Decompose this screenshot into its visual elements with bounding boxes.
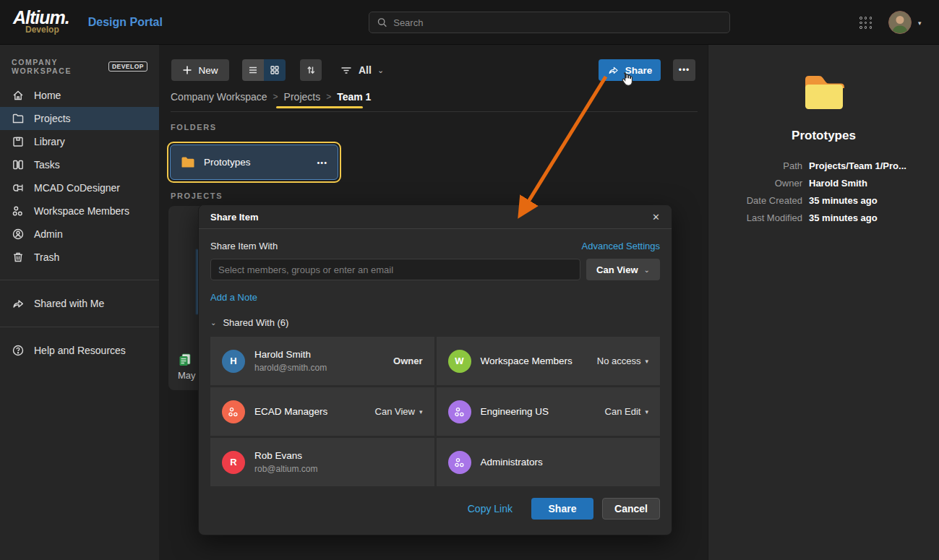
breadcrumb-separator: > [326,92,331,102]
sidebar-item-mcad[interactable]: MCAD CoDesigner [0,176,159,199]
members-icon [12,204,25,217]
breadcrumb-highlight [276,106,363,108]
folder-menu-icon[interactable]: ••• [317,158,327,167]
share-button[interactable]: Share [599,59,661,81]
add-note-link[interactable]: Add a Note [210,292,660,303]
details-value: Harold Smith [809,178,867,189]
folder-tile-prototypes[interactable]: Prototypes ••• [167,142,341,183]
develop-sublabel: Develop [25,25,59,35]
sidebar-item-tasks[interactable]: Tasks [0,153,159,176]
design-portal-title[interactable]: Design Portal [88,16,163,29]
user-avatar[interactable] [888,11,912,34]
entry-name: Rob Evans [254,450,423,461]
breadcrumb-item[interactable]: Projects [284,91,321,103]
filter-label: All [359,64,372,76]
sidebar-item-projects[interactable]: Projects [0,107,159,130]
caret-down-icon: ▾ [645,408,648,415]
tasks-icon [12,158,25,171]
avatar: R [222,451,245,474]
altium-logo[interactable]: Altium. Develop [13,9,69,35]
ellipsis-icon: ••• [679,65,690,75]
sidebar-item-admin[interactable]: Admin [0,223,159,246]
share-with-label: Share Item With [210,241,582,251]
sidebar-item-home[interactable]: Home [0,84,159,107]
sort-button[interactable] [300,59,322,81]
sort-icon [305,64,317,76]
group-icon [227,405,240,418]
projects-section-label: PROJECTS [171,191,223,200]
entry-name: Engineering US [481,406,605,417]
folders-section-label: FOLDERS [171,123,217,132]
share-entry-engineering-us: Engineering US Can Edit ▾ [437,387,661,436]
entry-email: harold@smith.com [254,363,393,373]
group-avatar [448,451,471,474]
entry-name: Workspace Members [481,356,597,366]
permission-select[interactable]: Can View ⌄ [586,259,660,280]
admin-icon [12,228,25,241]
details-row: Owner Harold Smith [708,178,939,189]
sidebar-item-trash[interactable]: Trash [0,246,159,269]
search-icon [377,17,387,28]
project-name: May [178,370,196,381]
permission-select-value: Can View [596,264,638,275]
share-entry-administrators: Administrators [437,438,661,486]
entry-name: Harold Smith [254,349,393,360]
group-avatar [222,400,245,423]
caret-down-icon: ▾ [645,358,648,365]
sidebar-item-help[interactable]: Help and Resources [0,338,159,363]
trash-icon [12,251,25,264]
sidebar-item-shared-with-me[interactable]: Shared with Me [0,291,159,316]
more-actions-button[interactable]: ••• [673,59,695,81]
details-value: Projects/Team 1/Pro... [809,160,906,171]
entry-name: Administrators [481,457,649,468]
search-input[interactable] [393,17,722,28]
entry-permission-dropdown[interactable]: No access ▾ [597,356,648,366]
avatar: W [448,350,471,373]
plus-icon [182,65,192,75]
modal-title: Share Item [210,212,652,223]
grid-view-button[interactable] [264,59,286,81]
share-arrow-icon [607,64,619,76]
global-search[interactable] [369,12,730,33]
library-icon [12,135,25,148]
breadcrumb-separator: > [273,92,278,102]
sidebar-item-library[interactable]: Library [0,130,159,153]
workspace-label: COMPANY WORKSPACE [12,58,103,75]
share-entry-rob-evans: R Rob Evans rob@altium.com [210,438,434,486]
apps-grid-icon[interactable] [859,17,872,29]
large-folder-icon [800,71,848,111]
share-recipients-input[interactable] [210,259,580,280]
details-row: Last Modified 35 minutes ago [708,212,939,223]
shared-with-list: H Harold Smith harold@smith.com Owner W … [210,337,660,486]
sidebar-item-label: Trash [34,251,59,263]
shared-with-header[interactable]: ⌄ Shared With (6) [210,317,660,328]
modal-share-button[interactable]: Share [531,498,593,520]
mcad-icon [12,181,25,194]
altium-wordmark: Altium. [13,9,69,25]
breadcrumb-item-current[interactable]: Team 1 [337,91,371,103]
advanced-settings-link[interactable]: Advanced Settings [582,241,660,251]
sidebar-item-label: Workspace Members [34,205,129,217]
project-file-icon [178,353,192,367]
details-title: Prototypes [708,129,939,143]
breadcrumb: Company Workspace > Projects > Team 1 [171,91,371,103]
home-icon [12,89,25,102]
close-icon[interactable]: ✕ [652,212,660,223]
avatar-caret-icon[interactable]: ▾ [918,20,922,27]
sidebar-item-workspace-members[interactable]: Workspace Members [0,199,159,223]
list-view-button[interactable] [242,59,264,81]
develop-badge: DEVELOP [108,61,147,72]
avatar-photo [889,12,911,33]
breadcrumb-item[interactable]: Company Workspace [171,91,267,103]
new-button-label: New [198,65,218,76]
copy-link-button[interactable]: Copy Link [468,503,513,514]
modal-cancel-button[interactable]: Cancel [602,498,660,520]
filter-control[interactable]: All ⌄ [340,59,384,81]
entry-permission-dropdown[interactable]: Can Edit ▾ [605,406,648,417]
topbar: Altium. Develop Design Portal ▾ [0,0,939,45]
entry-permission-dropdown[interactable]: Can View ▾ [375,406,423,417]
group-icon [453,456,466,469]
new-button[interactable]: New [171,59,229,81]
view-toggle-group [242,59,286,81]
sidebar-divider [0,327,159,327]
